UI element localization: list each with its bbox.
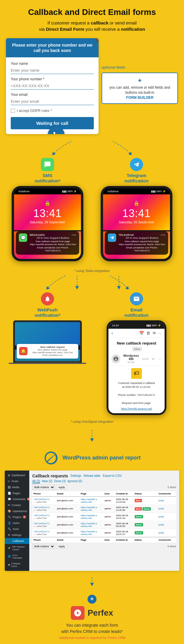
table-footer-row: Phone Email Page User Created at Status …: [32, 537, 176, 542]
sidebar-item-posts[interactable]: ✏ Posts: [5, 478, 29, 484]
callbacks-table: Phone Email Page User Created at Status …: [32, 491, 176, 542]
table-header-row: Phone Email Page User Created at Status …: [32, 491, 176, 497]
footer-email: Email: [56, 537, 79, 542]
wp-header: WordPress admin panel report: [6, 450, 178, 466]
sidebar-item-callbacks[interactable]: 📞 Callbacks: [5, 538, 29, 544]
laptop-notification: 🔔 New callback request New callback requ…: [17, 344, 78, 358]
cell-user: admin: [103, 513, 115, 521]
telegram-phone-mockup: Vodafone ▮▮▮ WiFi ⚡ 🔒 13:41 Saturday, 26…: [101, 186, 172, 261]
email-phone-screen: 14:24 ▮▮▮ WiFi ⚡ ‹ 📅 🗑 ✉ ··· New callbac…: [108, 322, 165, 413]
email-input[interactable]: [11, 98, 94, 105]
sidebar-item-collapse[interactable]: ◀ Collapse menu: [5, 561, 29, 569]
telegram-notif-icon: [108, 233, 116, 242]
apply-button-footer[interactable]: Apply: [56, 544, 67, 549]
cell-email: john@doe.com: [56, 529, 79, 537]
phone-input[interactable]: [11, 82, 94, 90]
cell-action[interactable]: [edit]: [157, 513, 176, 521]
cell-user: admin: [103, 521, 115, 529]
email-body-text: Customer requested a callback at 2020-09…: [111, 381, 162, 405]
email-avatar: [111, 354, 120, 363]
apply-button[interactable]: Apply: [56, 485, 67, 490]
header-subtitle: If customer request a callback or send e…: [6, 20, 178, 32]
laptop-notif-content: New callback request New callback reques…: [29, 346, 76, 356]
cell-page: https://wp496.areama.net/: [79, 513, 103, 521]
email-back-button[interactable]: ‹: [111, 331, 113, 336]
filter-done[interactable]: Done (3): [54, 479, 66, 483]
col-user: User: [103, 491, 115, 497]
telegram-time: 13:41: [122, 207, 151, 220]
cell-email: john@doe.com: [56, 505, 79, 513]
callback-form-card: ✕ Please enter your phone number and we …: [6, 38, 99, 134]
reload-tab[interactable]: Reload table: [84, 474, 100, 477]
sidebar-item-settings[interactable]: ⚙ Settings: [5, 532, 29, 538]
email-notif-label: Emailnotification: [95, 307, 178, 318]
email-more-icon[interactable]: ···: [159, 357, 162, 361]
filter-ignored[interactable]: Ignored (0): [68, 479, 82, 483]
email-body-link[interactable]: https://wp496.areama.net/: [121, 407, 152, 410]
name-input[interactable]: [11, 67, 94, 74]
cell-action[interactable]: [edit]: [157, 505, 176, 513]
sms-phone-mockup: Vodafone ▮▮▮ WiFi ⚡ 🔒 13:41 Saturday, 26…: [12, 186, 83, 261]
cell-action[interactable]: [edit]: [157, 529, 176, 537]
optional-label: optional fields: [102, 65, 178, 70]
bulk-actions-select[interactable]: Bulk Actions: [32, 485, 55, 490]
phone-label: Your phone number *: [11, 77, 94, 81]
telegram-notification: TELEGRAM now All in One Support Button N…: [105, 231, 168, 255]
telegram-wallpaper: 🔒 13:41 Saturday, 26 September: [103, 194, 170, 230]
sms-notification: 💬 MESSAGES now All in One Support Button…: [16, 231, 79, 255]
settings-tab[interactable]: Settings: [70, 474, 81, 477]
cell-status: New: [134, 497, 157, 505]
wp-label: WordPress admin panel report: [62, 455, 141, 461]
cell-status: Done: [134, 513, 157, 521]
items-count-footer: 5 items: [168, 545, 176, 548]
sidebar-item-users[interactable]: 👤 Users: [5, 520, 29, 526]
telegram-col: Telegramnotification Vodafone ▮▮▮ WiFi ⚡…: [95, 158, 178, 261]
sidebar-item-plugins[interactable]: 🔌 Plugins 2: [5, 514, 29, 520]
cell-created: 2020-09-2611:23:43.: [115, 497, 134, 505]
sidebar-item-loco[interactable]: 🌐 Loco Translate: [5, 552, 29, 561]
cell-created: 2020-09-2803:35:55: [115, 521, 134, 529]
cell-phone: +54714514171— John Doe: [32, 513, 56, 521]
webpush-icon: [41, 292, 54, 305]
sms-wallpaper: 🔒 13:41 Saturday, 26 September: [14, 194, 81, 230]
telegram-date: Saturday, 26 September: [119, 220, 154, 224]
table-row: +54714514171— John Doe john@doe.com http…: [32, 521, 176, 529]
laptop-wallpaper: [15, 322, 80, 345]
sidebar-item-comments[interactable]: 💬 Comments 8: [5, 496, 29, 502]
sms-phone-screen: Vodafone ▮▮▮ WiFi ⚡ 🔒 13:41 Saturday, 26…: [14, 188, 81, 259]
cell-action[interactable]: [edit]: [157, 521, 176, 529]
plus-icon: +: [105, 76, 174, 85]
cell-user: admin: [103, 529, 115, 537]
sidebar-item-appearance[interactable]: 🎨 Appearance: [5, 508, 29, 514]
filter-all[interactable]: All (2): [32, 479, 40, 483]
sidebar-item-media[interactable]: 🖼 Media: [5, 484, 29, 490]
col-created: Created at: [115, 491, 134, 497]
col-phone: Phone: [32, 491, 56, 497]
email-sender-row: Wordpress 496 to me 14:23 ↩ ···: [108, 352, 165, 366]
email-reply-icon[interactable]: ↩: [152, 357, 155, 361]
cell-phone: +54714514171— John Doe: [32, 505, 56, 513]
perfex-section: + Perfex You can integrate each form wit…: [0, 589, 184, 644]
laptop-foot: [9, 363, 86, 364]
cell-email: john@doe.com: [56, 497, 79, 505]
cell-created: 2020-09-2610:41:16: [115, 513, 134, 521]
sidebar-item-tools[interactable]: 🔧 Tools: [5, 526, 29, 532]
filter-new[interactable]: New (2): [42, 479, 52, 483]
cell-action[interactable]: [edit]: [157, 497, 176, 505]
sidebar-item-pages[interactable]: 📄 Pages: [5, 490, 29, 496]
sidebar-item-dashboard[interactable]: ⊞ Dashboard: [5, 472, 29, 478]
webpush-label: WebPushnotification*: [6, 307, 89, 318]
telegram-status-bar: Vodafone ▮▮▮ WiFi ⚡: [103, 188, 170, 194]
sidebar-item-wp-fastest[interactable]: ⚡ WP Fastest Cache: [5, 544, 29, 552]
items-count: 5 items: [168, 486, 176, 489]
notifications-row: SMSnotification* Vodafone ▮▮▮ WiFi ⚡ 🔒 1…: [0, 155, 184, 267]
perfex-logo-text: Perfex: [88, 608, 113, 618]
gdpr-checkbox[interactable]: [11, 109, 15, 113]
export-tab[interactable]: Export to CSV: [103, 474, 122, 477]
email-col: Emailnotification 14:24 ▮▮▮ WiFi ⚡ ‹ 📅 🗑…: [95, 292, 178, 415]
onesignal-note: * using OneSignal integration: [0, 418, 184, 426]
sidebar-item-contact[interactable]: ✉ Contact: [5, 502, 29, 508]
telegram-label: Telegramnotification: [95, 173, 178, 184]
footer-user: User: [103, 537, 115, 542]
bulk-actions-select-footer[interactable]: Bulk Actions: [32, 544, 55, 549]
